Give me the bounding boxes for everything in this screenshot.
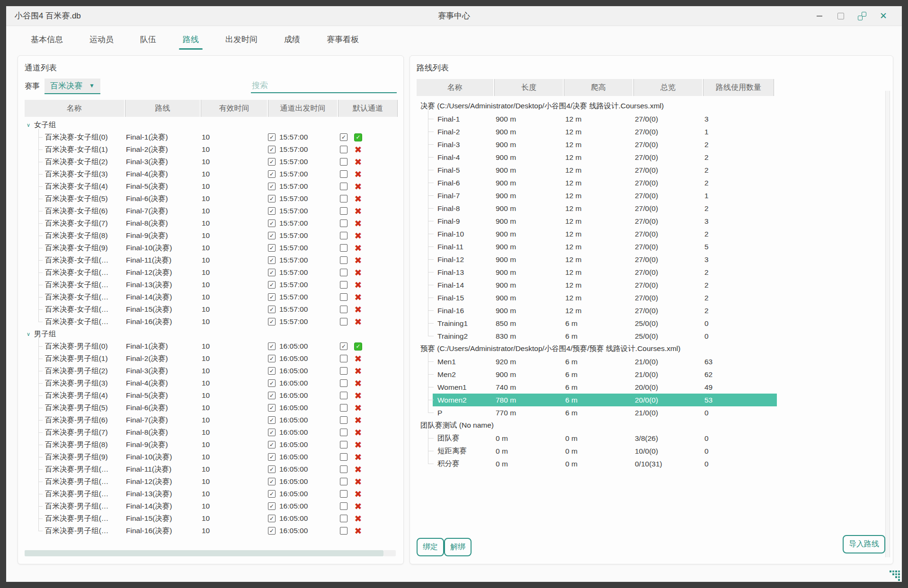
route-row[interactable]: 短距离赛0 m0 m10/0(0)0 — [417, 445, 893, 457]
channel-row[interactable]: 百米决赛-男子组(…Final-11(决赛)1016:05:00 — [25, 463, 397, 475]
start-time-checkbox[interactable] — [268, 527, 276, 535]
channel-row[interactable]: 百米决赛-男子组(0)Final-1(决赛)1016:05:00 — [25, 340, 397, 352]
start-time-checkbox[interactable] — [268, 515, 276, 522]
tab-event-board[interactable]: 赛事看板 — [326, 29, 360, 51]
route-row[interactable]: Men2900 m6 m21/0(0)62 — [417, 368, 893, 381]
default-channel-checkbox[interactable] — [340, 490, 347, 498]
route-row[interactable]: Final-15900 m12 m27/0(0)2 — [417, 291, 893, 304]
channel-row[interactable]: 百米决赛-男子组(…Final-15(决赛)1016:05:00 — [25, 512, 397, 525]
default-channel-checkbox[interactable] — [340, 318, 347, 325]
start-time-checkbox[interactable] — [268, 293, 276, 301]
default-channel-checkbox[interactable] — [340, 232, 347, 239]
start-time-checkbox[interactable] — [268, 318, 276, 325]
default-channel-checkbox[interactable] — [340, 244, 347, 252]
tab-results[interactable]: 成绩 — [283, 29, 301, 51]
route-row[interactable]: Men1920 m6 m21/0(0)63 — [417, 355, 893, 368]
start-time-checkbox[interactable] — [268, 170, 276, 178]
channel-row[interactable]: 百米决赛-男子组(2)Final-3(决赛)1016:05:00 — [25, 365, 397, 377]
default-channel-checkbox[interactable] — [340, 367, 347, 375]
channel-row[interactable]: 百米决赛-女子组(1)Final-2(决赛)1015:57:00 — [25, 143, 397, 156]
default-channel-checkbox[interactable] — [340, 404, 347, 412]
start-time-checkbox[interactable] — [268, 355, 276, 362]
close-icon[interactable]: ✕ — [879, 12, 888, 20]
start-time-checkbox[interactable] — [268, 416, 276, 424]
default-channel-checkbox[interactable] — [340, 441, 347, 448]
route-row[interactable]: Final-3900 m12 m27/0(0)2 — [417, 138, 893, 151]
start-time-checkbox[interactable] — [268, 195, 276, 202]
start-time-checkbox[interactable] — [268, 367, 276, 375]
column-header-overview[interactable]: 总览 — [633, 79, 702, 96]
channel-row[interactable]: 百米决赛-女子组(3)Final-4(决赛)1015:57:00 — [25, 168, 397, 180]
start-time-checkbox[interactable] — [268, 453, 276, 461]
tab-athletes[interactable]: 运动员 — [89, 29, 115, 51]
channel-row[interactable]: 百米决赛-男子组(5)Final-6(决赛)1016:05:00 — [25, 402, 397, 414]
channel-row[interactable]: 百米决赛-女子组(4)Final-5(决赛)1015:57:00 — [25, 180, 397, 193]
route-row[interactable]: P770 m6 m21/0(0)0 — [417, 406, 893, 419]
channel-row[interactable]: 百米决赛-男子组(…Final-13(决赛)1016:05:00 — [25, 488, 397, 500]
route-row[interactable]: Training2830 m6 m25/0(0)0 — [417, 330, 893, 342]
channel-row[interactable]: 百米决赛-男子组(3)Final-4(决赛)1016:05:00 — [25, 377, 397, 389]
default-channel-checkbox[interactable] — [340, 453, 347, 461]
route-row[interactable]: Final-8900 m12 m27/0(0)2 — [417, 202, 893, 215]
channel-row[interactable]: 百米决赛-女子组(…Final-15(决赛)1015:57:00 — [25, 303, 397, 316]
start-time-checkbox[interactable] — [268, 465, 276, 473]
route-group-header[interactable]: 团队赛测试 (No name) — [417, 419, 893, 432]
start-time-checkbox[interactable] — [268, 490, 276, 498]
start-time-checkbox[interactable] — [268, 256, 276, 264]
channel-row[interactable]: 百米决赛-女子组(9)Final-10(决赛)1015:57:00 — [25, 242, 397, 254]
channel-row[interactable]: 百米决赛-女子组(…Final-14(决赛)1015:57:00 — [25, 291, 397, 303]
route-row[interactable]: Women2780 m6 m20/0(0)53 — [417, 394, 893, 406]
channel-row[interactable]: 百米决赛-男子组(9)Final-10(决赛)1016:05:00 — [25, 451, 397, 463]
default-channel-checkbox[interactable] — [340, 256, 347, 264]
route-row[interactable]: Final-2900 m12 m27/0(0)1 — [417, 125, 893, 138]
start-time-checkbox[interactable] — [268, 404, 276, 412]
bind-button[interactable]: 绑定 — [417, 538, 444, 556]
route-row[interactable]: Final-16900 m12 m27/0(0)2 — [417, 304, 893, 317]
channel-row[interactable]: 百米决赛-女子组(8)Final-9(决赛)1015:57:00 — [25, 229, 397, 242]
default-channel-checkbox[interactable] — [340, 465, 347, 473]
start-time-checkbox[interactable] — [268, 183, 276, 190]
start-time-checkbox[interactable] — [268, 342, 276, 350]
default-channel-checkbox[interactable] — [340, 293, 347, 301]
start-time-checkbox[interactable] — [268, 232, 276, 239]
unbind-button[interactable]: 解绑 — [444, 538, 472, 556]
channel-row[interactable]: 百米决赛-女子组(6)Final-7(决赛)1015:57:00 — [25, 205, 397, 217]
start-time-checkbox[interactable] — [268, 146, 276, 153]
default-channel-checkbox[interactable] — [340, 170, 347, 178]
channel-row[interactable]: 百米决赛-女子组(…Final-11(决赛)1015:57:00 — [25, 254, 397, 266]
tab-basic-info[interactable]: 基本信息 — [30, 29, 64, 51]
route-row[interactable]: Final-13900 m12 m27/0(0)2 — [417, 266, 893, 279]
chevron-expanded-icon[interactable]: ∨ — [27, 331, 30, 337]
start-time-checkbox[interactable] — [268, 219, 276, 227]
channel-row[interactable]: 百米决赛-男子组(1)Final-2(决赛)1016:05:00 — [25, 352, 397, 365]
default-channel-checkbox[interactable] — [340, 195, 347, 202]
column-header-start-time[interactable]: 通道出发时间 — [268, 100, 337, 117]
default-channel-checkbox[interactable] — [340, 429, 347, 436]
default-channel-checkbox[interactable] — [340, 392, 347, 399]
tab-teams[interactable]: 队伍 — [139, 29, 157, 51]
start-time-checkbox[interactable] — [268, 502, 276, 510]
channel-row[interactable]: 百米决赛-女子组(…Final-13(决赛)1015:57:00 — [25, 279, 397, 291]
route-row[interactable]: Final-4900 m12 m27/0(0)2 — [417, 151, 893, 164]
route-row[interactable]: Final-10900 m12 m27/0(0)2 — [417, 228, 893, 240]
chevron-expanded-icon[interactable]: ∨ — [27, 122, 30, 128]
channel-group-row[interactable]: ∨女子组 — [25, 119, 397, 131]
channel-row[interactable]: 百米决赛-女子组(5)Final-6(决赛)1015:57:00 — [25, 193, 397, 205]
column-header-climb[interactable]: 爬高 — [564, 79, 632, 96]
default-channel-checkbox[interactable] — [340, 355, 347, 362]
search-input[interactable] — [251, 79, 397, 93]
route-row[interactable]: 积分赛0 m0 m0/10(31)0 — [417, 457, 893, 470]
channel-row[interactable]: 百米决赛-女子组(0)Final-1(决赛)1015:57:00 — [25, 131, 397, 143]
column-header-length[interactable]: 长度 — [494, 79, 563, 96]
route-row[interactable]: Final-9900 m12 m27/0(0)3 — [417, 215, 893, 228]
route-row[interactable]: Final-5900 m12 m27/0(0)2 — [417, 164, 893, 176]
column-header-route[interactable]: 路线 — [125, 100, 200, 117]
horizontal-scrollbar-track[interactable] — [383, 550, 396, 556]
route-group-header[interactable]: 预赛 (C:/Users/Administrator/Desktop/小谷围4/… — [417, 342, 893, 355]
channel-row[interactable]: 百米决赛-女子组(7)Final-8(决赛)1015:57:00 — [25, 217, 397, 229]
start-time-checkbox[interactable] — [268, 281, 276, 289]
default-channel-checkbox[interactable] — [340, 379, 347, 387]
start-time-checkbox[interactable] — [268, 429, 276, 436]
maximize-icon[interactable] — [837, 12, 845, 20]
channel-row[interactable]: 百米决赛-女子组(2)Final-3(决赛)1015:57:00 — [25, 156, 397, 168]
